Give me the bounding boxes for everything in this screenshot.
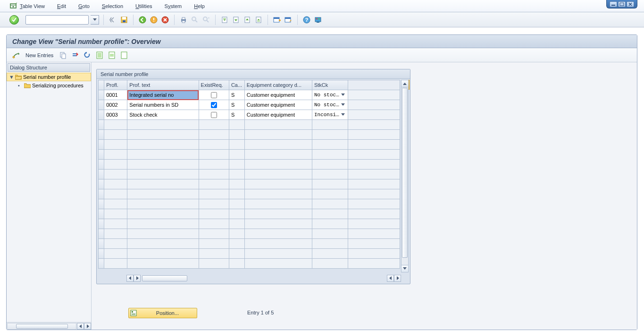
scroll-left-icon[interactable] — [387, 275, 394, 282]
menu-selection[interactable]: Selection — [102, 3, 123, 9]
cell-existreq[interactable] — [199, 110, 229, 120]
new-session-icon[interactable] — [272, 15, 282, 25]
table-row-empty[interactable] — [99, 239, 400, 249]
scroll-up-icon[interactable] — [401, 80, 408, 87]
cell-profl[interactable]: 0001 — [104, 90, 127, 100]
table-row-empty[interactable] — [99, 120, 400, 130]
last-page-icon[interactable] — [254, 15, 263, 25]
copy-icon[interactable] — [58, 51, 67, 60]
cell-eqd[interactable]: Customer equipment — [244, 100, 312, 110]
menu-table-view[interactable]: Table View — [20, 3, 45, 9]
prev-icon[interactable] — [108, 15, 117, 25]
new-entries-button[interactable]: New Entries — [24, 52, 55, 58]
delete-icon[interactable] — [70, 51, 80, 60]
dropdown-icon[interactable] — [340, 102, 346, 108]
shortcut-icon[interactable] — [284, 15, 293, 25]
save-icon[interactable] — [119, 15, 129, 25]
table-row-empty[interactable] — [99, 140, 400, 150]
sap-menu-icon[interactable] — [9, 2, 17, 10]
undo-icon[interactable] — [83, 51, 92, 60]
table-row-empty[interactable] — [99, 209, 400, 219]
col-profl[interactable]: Profl. — [104, 80, 127, 90]
cell-cat[interactable]: S — [229, 90, 244, 100]
menu-help[interactable]: Help — [194, 3, 205, 9]
cell-profl[interactable]: 0003 — [104, 110, 127, 120]
first-page-icon[interactable] — [220, 15, 229, 25]
minimize-button[interactable] — [610, 1, 617, 7]
row-selector[interactable] — [99, 100, 104, 110]
select-block-icon[interactable] — [107, 51, 117, 60]
menu-system[interactable]: System — [165, 3, 182, 9]
find-next-icon[interactable] — [201, 15, 211, 25]
table-hscroll[interactable] — [98, 274, 409, 282]
table-row[interactable]: 0002 Serial numbers in SD S Customer equ… — [99, 100, 400, 110]
menu-utilities[interactable]: Utilities — [135, 3, 152, 9]
sidebar-hscroll[interactable] — [7, 322, 91, 330]
cell-stkck[interactable]: Inconsi… — [312, 110, 348, 120]
cell-stkck[interactable]: No stoc… — [312, 90, 348, 100]
cancel-icon[interactable] — [160, 15, 170, 25]
scroll-right-icon[interactable] — [394, 275, 401, 282]
cell-cat[interactable]: S — [229, 110, 244, 120]
back-icon[interactable] — [138, 15, 147, 25]
table-row[interactable]: 0001 Integrated serial no S Customer equ… — [99, 90, 400, 100]
cell-existreq[interactable] — [199, 90, 229, 100]
col-cat[interactable]: Ca... — [229, 80, 244, 90]
print-icon[interactable] — [179, 15, 188, 25]
table-vscroll[interactable] — [401, 80, 409, 272]
table-row-empty[interactable] — [99, 229, 400, 239]
exit-icon[interactable] — [149, 15, 159, 25]
tree-item-serial-number-profile[interactable]: ▼ Serial number profile — [7, 73, 91, 81]
scroll-right-icon[interactable] — [84, 323, 91, 330]
toggle-display-icon[interactable] — [11, 51, 21, 60]
select-all-icon[interactable] — [95, 51, 104, 60]
existreq-checkbox[interactable] — [211, 112, 217, 118]
tree-item-serializing-procedures[interactable]: • Serializing procedures — [7, 81, 91, 90]
enter-button[interactable] — [9, 15, 19, 25]
menu-goto[interactable]: Goto — [78, 3, 90, 9]
cell-prof-text[interactable]: Integrated serial no — [127, 90, 199, 100]
row-selector[interactable] — [99, 90, 104, 100]
existreq-checkbox[interactable] — [211, 92, 217, 98]
command-dropdown[interactable] — [91, 15, 99, 25]
table-row-empty[interactable] — [99, 179, 400, 189]
row-selector[interactable] — [99, 110, 104, 120]
cell-eqd[interactable]: Customer equipment — [244, 110, 312, 120]
scroll-down-icon[interactable] — [401, 265, 408, 272]
prev-page-icon[interactable] — [231, 15, 241, 25]
table-row-empty[interactable] — [99, 259, 400, 269]
dropdown-icon[interactable] — [340, 112, 346, 118]
table-row-empty[interactable] — [99, 249, 400, 259]
scroll-right-icon[interactable] — [134, 275, 141, 282]
corner-cell[interactable] — [99, 80, 104, 90]
cell-prof-text[interactable]: Serial numbers in SD — [127, 100, 199, 110]
table-row[interactable]: 0003 Stock check S Customer equipment In… — [99, 110, 400, 120]
cell-eqd[interactable]: Customer equipment — [244, 90, 312, 100]
close-button[interactable] — [627, 1, 634, 7]
cell-cat[interactable]: S — [229, 100, 244, 110]
command-field[interactable] — [25, 15, 89, 25]
table-row-empty[interactable] — [99, 170, 400, 179]
cell-existreq[interactable] — [199, 100, 229, 110]
col-prof-text[interactable]: Prof. text — [127, 80, 199, 90]
col-eq-cat-desc[interactable]: Equipment category d... — [244, 80, 312, 90]
scroll-left-icon[interactable] — [77, 323, 84, 330]
table-row-empty[interactable] — [99, 189, 400, 199]
dropdown-icon[interactable] — [340, 92, 346, 98]
existreq-checkbox[interactable] — [211, 102, 217, 108]
cell-prof-text[interactable]: Stock check — [127, 110, 199, 120]
table-row-empty[interactable] — [99, 130, 400, 140]
table-row-empty[interactable] — [99, 199, 400, 209]
cell-stkck[interactable]: No stoc… — [312, 100, 348, 110]
next-page-icon[interactable] — [243, 15, 252, 25]
menu-edit[interactable]: Edit — [57, 3, 66, 9]
scroll-left-icon[interactable] — [126, 275, 134, 282]
hscroll-thumb[interactable] — [142, 275, 187, 281]
maximize-button[interactable] — [618, 1, 626, 7]
layout-icon[interactable] — [313, 15, 323, 25]
vscroll-thumb[interactable] — [402, 88, 408, 258]
find-icon[interactable] — [190, 15, 200, 25]
deselect-all-icon[interactable] — [119, 51, 129, 60]
col-existreq[interactable]: ExistReq. — [199, 80, 229, 90]
position-button[interactable]: Position... — [128, 308, 197, 318]
